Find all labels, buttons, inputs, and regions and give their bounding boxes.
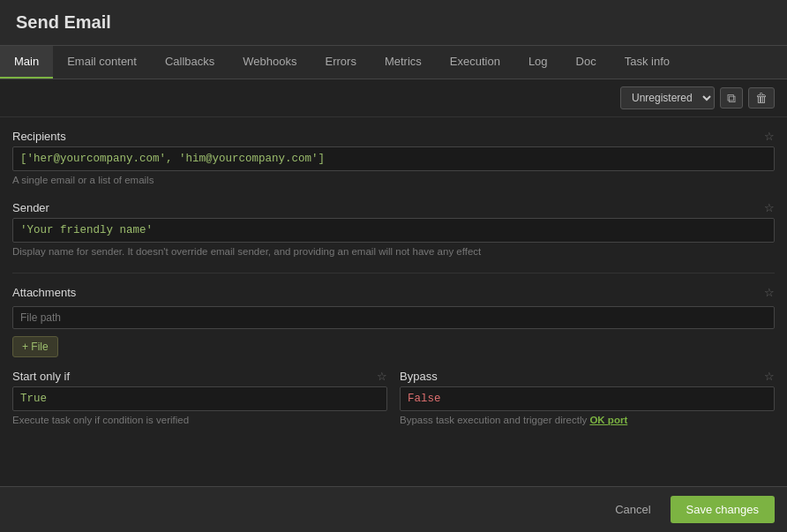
- cancel-button[interactable]: Cancel: [604, 498, 661, 521]
- start-only-if-hint: Execute task only if condition is verifi…: [12, 415, 387, 425]
- toolbar-row: Unregistered Registered ⧉ 🗑: [0, 79, 787, 117]
- tab-execution[interactable]: Execution: [436, 46, 514, 79]
- bypass-hint: Bypass task execution and trigger direct…: [400, 415, 775, 425]
- sender-group: Sender ☆ Display name for sender. It doe…: [12, 201, 775, 257]
- start-only-if-star-icon[interactable]: ☆: [377, 370, 387, 383]
- sender-label: Sender: [12, 201, 49, 214]
- add-file-button[interactable]: + File: [12, 336, 58, 357]
- tab-callbacks[interactable]: Callbacks: [151, 46, 229, 79]
- bypass-ok-port-link[interactable]: OK port: [589, 415, 627, 425]
- bypass-col: Bypass ☆ Bypass task execution and trigg…: [400, 370, 775, 425]
- two-col-section: Start only if ☆ Execute task only if con…: [12, 370, 775, 425]
- bypass-input[interactable]: [400, 386, 775, 411]
- sender-hint: Display name for sender. It doesn't over…: [12, 246, 775, 257]
- header: Send Email: [0, 0, 787, 46]
- sender-star-icon[interactable]: ☆: [764, 201, 775, 214]
- tab-metrics[interactable]: Metrics: [371, 46, 436, 79]
- recipients-hint: A single email or a list of emails: [12, 175, 775, 185]
- start-only-if-label: Start only if: [12, 370, 70, 383]
- tab-webhooks[interactable]: Webhooks: [229, 46, 311, 79]
- delete-button[interactable]: 🗑: [748, 87, 775, 109]
- attachments-label: Attachments: [12, 286, 76, 299]
- recipients-star-icon[interactable]: ☆: [764, 130, 775, 143]
- main-content: Recipients ☆ A single email or a list of…: [0, 117, 787, 495]
- tab-log[interactable]: Log: [514, 46, 562, 79]
- sender-input[interactable]: [12, 218, 775, 243]
- tabs-bar: Main Email content Callbacks Webhooks Er…: [0, 46, 787, 79]
- tab-main[interactable]: Main: [0, 46, 53, 79]
- bypass-hint-text: Bypass task execution and trigger direct…: [400, 415, 587, 425]
- page-title: Send Email: [16, 12, 111, 32]
- add-file-label: + File: [22, 341, 49, 353]
- start-only-if-col: Start only if ☆ Execute task only if con…: [12, 370, 387, 425]
- copy-button[interactable]: ⧉: [720, 87, 743, 109]
- tab-task-info[interactable]: Task info: [611, 46, 684, 79]
- status-dropdown[interactable]: Unregistered Registered: [620, 86, 715, 109]
- attachments-section: Attachments ☆ + File: [12, 286, 775, 357]
- save-button[interactable]: Save changes: [671, 496, 775, 523]
- start-only-if-input[interactable]: [12, 386, 387, 411]
- footer: Cancel Save changes: [0, 486, 787, 532]
- file-path-input[interactable]: [12, 306, 775, 329]
- bypass-label: Bypass: [400, 370, 438, 383]
- recipients-input[interactable]: [12, 146, 775, 171]
- recipients-group: Recipients ☆ A single email or a list of…: [12, 130, 775, 185]
- tab-email-content[interactable]: Email content: [53, 46, 151, 79]
- divider: [12, 273, 775, 273]
- tab-errors[interactable]: Errors: [311, 46, 371, 79]
- bypass-star-icon[interactable]: ☆: [764, 370, 775, 383]
- tab-doc[interactable]: Doc: [562, 46, 611, 79]
- recipients-label: Recipients: [12, 130, 66, 143]
- attachments-star-icon[interactable]: ☆: [764, 286, 775, 299]
